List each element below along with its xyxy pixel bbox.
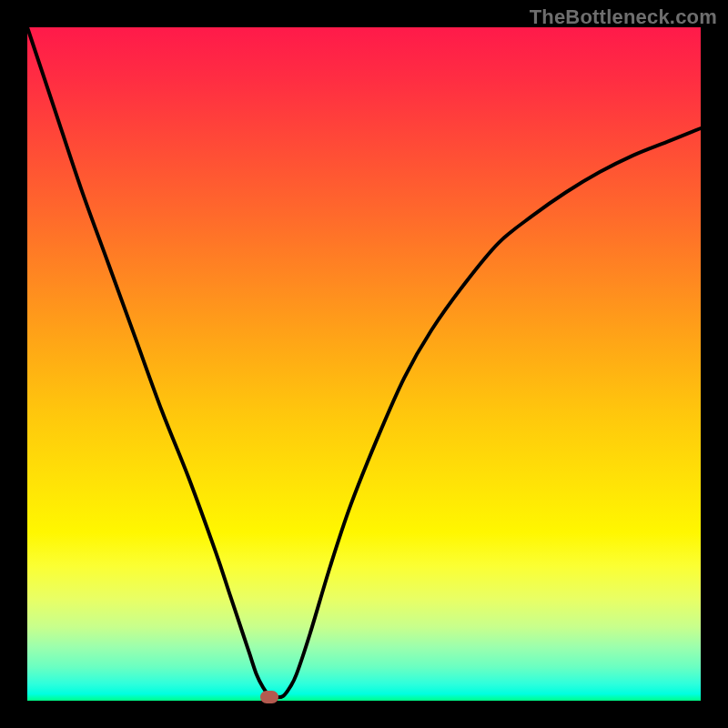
optimum-marker (260, 691, 278, 703)
chart-frame: TheBottleneck.com (0, 0, 728, 728)
curve-svg (27, 27, 701, 701)
plot-area (27, 27, 701, 701)
watermark-text: TheBottleneck.com (530, 5, 717, 29)
bottleneck-curve (27, 27, 701, 697)
